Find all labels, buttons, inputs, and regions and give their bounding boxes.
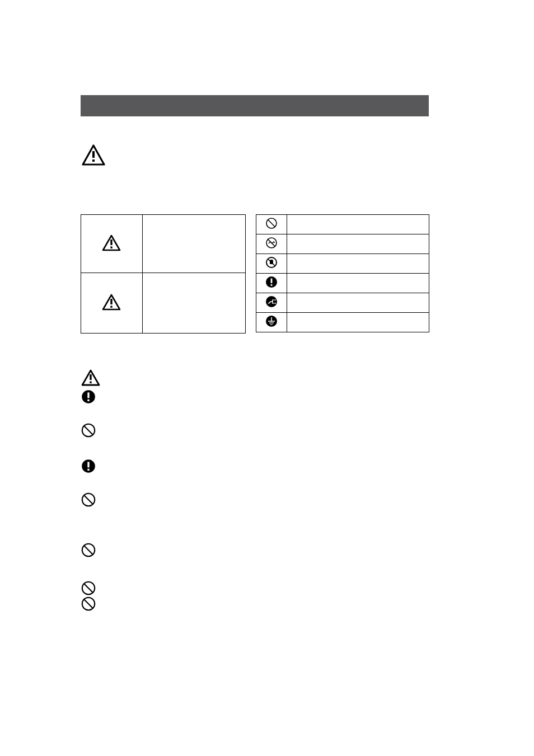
warning-triangle-icon bbox=[82, 144, 105, 168]
no-touch-icon bbox=[265, 256, 278, 269]
mandatory-exclaim-icon bbox=[81, 389, 96, 404]
svg-rect-22 bbox=[90, 374, 91, 380]
svg-rect-4 bbox=[111, 299, 113, 304]
list-icon-6 bbox=[81, 581, 104, 598]
symbol-cell-no-disassemble bbox=[256, 234, 287, 254]
symbol-cell-prohibited bbox=[256, 215, 287, 234]
svg-rect-30 bbox=[87, 462, 89, 467]
list-icon-3 bbox=[81, 459, 104, 476]
svg-line-7 bbox=[268, 220, 275, 227]
svg-rect-2 bbox=[111, 240, 113, 245]
symbol-table bbox=[256, 214, 429, 332]
no-disassemble-icon bbox=[265, 237, 278, 249]
svg-line-33 bbox=[84, 495, 92, 504]
svg-line-37 bbox=[84, 584, 92, 592]
svg-rect-25 bbox=[87, 392, 89, 398]
list-icon-7 bbox=[81, 597, 104, 613]
severity-row-2-text bbox=[142, 273, 245, 334]
symbol-text-2 bbox=[287, 254, 429, 274]
list-icon-5 bbox=[81, 543, 104, 560]
prohibited-icon bbox=[81, 492, 96, 507]
header-bar bbox=[81, 95, 429, 116]
unplug-icon bbox=[265, 295, 278, 308]
list-icon-1 bbox=[81, 389, 104, 406]
svg-rect-14 bbox=[271, 279, 273, 284]
severity-table bbox=[81, 214, 246, 334]
svg-rect-1 bbox=[92, 159, 95, 162]
ground-icon bbox=[265, 315, 278, 327]
svg-rect-15 bbox=[271, 284, 273, 286]
mandatory-exclaim-icon bbox=[81, 459, 96, 473]
symbol-text-4 bbox=[287, 293, 429, 313]
warning-triangle-icon bbox=[81, 369, 100, 386]
svg-rect-5 bbox=[111, 306, 113, 307]
list-icon-2 bbox=[81, 423, 104, 440]
severity-row-2-icon-cell bbox=[81, 273, 143, 334]
list-icon-4 bbox=[81, 492, 104, 509]
symbol-text-3 bbox=[287, 274, 429, 293]
svg-line-39 bbox=[84, 599, 92, 608]
symbol-cell-ground bbox=[256, 313, 287, 332]
symbol-text-5 bbox=[287, 313, 429, 332]
prohibited-icon bbox=[81, 581, 96, 595]
symbol-cell-mandatory bbox=[256, 274, 287, 293]
prohibited-icon bbox=[265, 217, 278, 229]
warning-triangle-icon bbox=[102, 294, 121, 311]
symbol-cell-no-touch bbox=[256, 254, 287, 274]
mandatory-exclaim-icon bbox=[265, 276, 278, 288]
prohibited-icon bbox=[81, 597, 96, 611]
symbol-text-0 bbox=[287, 215, 429, 234]
prohibited-icon bbox=[81, 423, 96, 438]
list-icon-0 bbox=[81, 369, 104, 388]
svg-rect-0 bbox=[92, 151, 95, 158]
svg-rect-23 bbox=[90, 382, 91, 383]
symbol-cell-unplug bbox=[256, 293, 287, 313]
warning-triangle-icon bbox=[102, 234, 121, 251]
prohibited-icon bbox=[81, 543, 96, 557]
svg-line-28 bbox=[84, 426, 92, 434]
severity-row-1-text bbox=[142, 215, 245, 273]
svg-rect-31 bbox=[87, 469, 89, 471]
symbol-text-1 bbox=[287, 234, 429, 254]
svg-line-35 bbox=[84, 546, 92, 554]
severity-row-1-icon-cell bbox=[81, 215, 143, 273]
svg-rect-3 bbox=[111, 246, 113, 248]
svg-rect-26 bbox=[87, 400, 89, 401]
